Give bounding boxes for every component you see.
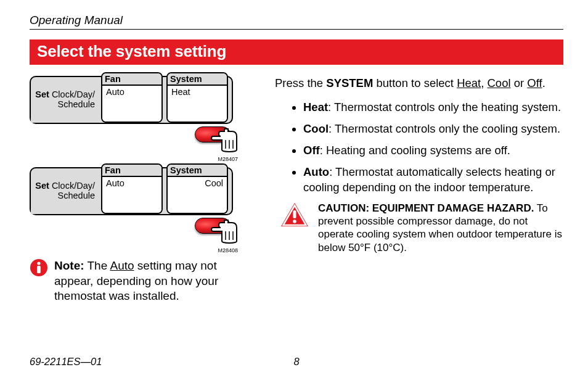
fan-value: Auto [102,177,161,213]
list-item: Off: Heating and cooling systems are off… [303,143,563,159]
section-title: Select the system setting [30,39,563,65]
fan-label: Fan [102,165,161,177]
set-segment: Set Clock/Day/ Schedule [31,86,99,123]
system-value: Cool [168,177,227,213]
fan-segment: Fan Auto [101,163,163,214]
page-header: Operating Manual [30,14,563,30]
svg-rect-3 [293,210,296,218]
pointing-hand-icon [210,219,243,245]
note-block: Note: The Auto setting may not appear, d… [30,258,258,304]
svg-point-1 [37,262,40,265]
fan-value: Auto [102,86,161,122]
thermostat-panel-heat: Set Clock/Day/ Schedule Fan Auto System … [30,76,258,162]
fan-segment: Fan Auto [101,72,163,123]
page-number: 8 [293,356,299,368]
system-label: System [168,73,227,86]
thermostat-panel-cool: Set Clock/Day/ Schedule Fan Auto System … [30,167,258,253]
system-segment: System Cool [166,163,228,214]
intro-text: Press the SYSTEM button to select Heat, … [275,76,563,91]
svg-rect-2 [37,266,41,273]
fan-label: Fan [102,73,161,86]
set-segment: Set Clock/Day/ Schedule [31,177,99,214]
warning-icon [280,202,309,228]
note-label: Note: [54,259,84,272]
system-value: Heat [168,86,227,122]
pointing-hand-icon [210,128,243,154]
list-item: Auto: Thermostat automatically selects h… [303,165,563,196]
list-item: Heat: Thermostat controls only the heati… [303,100,563,115]
mode-list: Heat: Thermostat controls only the heati… [275,100,563,196]
svg-point-4 [293,220,296,223]
info-icon [30,258,48,277]
list-item: Cool: Thermostat controls only the cooli… [303,122,563,137]
header-text: Operating Manual [30,14,123,27]
caution-block: CAUTION: EQUIPMENT DAMAGE HAZARD. To pre… [275,202,563,254]
system-label: System [168,165,227,177]
doc-number: 69-2211ES—01 [30,356,102,368]
system-segment: System Heat [166,72,228,123]
page-footer: 69-2211ES—01 8 [30,356,563,368]
